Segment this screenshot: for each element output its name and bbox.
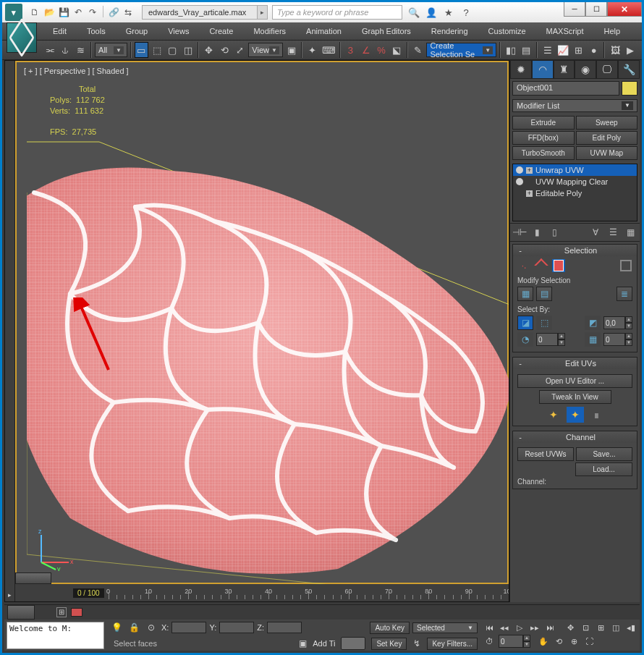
lock-icon[interactable]: 💡 [109, 621, 124, 634]
unlink-icon[interactable]: ⫝ [58, 42, 72, 58]
btn-ffdbox[interactable]: FFD(box) [512, 131, 575, 145]
quickplanar-icon[interactable]: ✦ [545, 407, 562, 423]
btn-sweep[interactable]: Sweep [576, 116, 638, 130]
menu-create[interactable]: Create [199, 24, 243, 38]
stack-uvw-clear[interactable]: UVW Mapping Clear [513, 176, 637, 187]
angle-snap-icon[interactable]: ∠ [359, 42, 373, 58]
manipulate-icon[interactable]: ✦ [305, 42, 319, 58]
z-input[interactable] [267, 622, 302, 633]
menu-views[interactable]: Views [158, 24, 199, 38]
stack-unwrap-uvw[interactable]: + Unwrap UVW [513, 164, 637, 176]
prev-frame-icon[interactable]: ◂◂ [497, 621, 512, 634]
trackbar-key[interactable] [71, 608, 82, 617]
key-slider-icon[interactable] [341, 637, 365, 650]
render-setup-icon[interactable]: 🖼 [608, 42, 622, 58]
viewport-canvas[interactable]: [ + ] [ Perspective ] [ Shaded ] Total P… [15, 61, 509, 584]
autokey-button[interactable]: Auto Key [370, 622, 410, 634]
quickcyl-icon[interactable]: ∎ [588, 407, 606, 423]
addtime-label[interactable]: Add Ti [313, 639, 335, 648]
selectby-1-icon[interactable]: ◪ [517, 316, 533, 330]
trackbar-thumb[interactable] [7, 605, 35, 620]
setkey-button[interactable]: Set Key [371, 638, 407, 650]
refcoord-combo[interactable]: View▼ [248, 43, 283, 57]
frame-spinner[interactable]: ▲▼ [499, 635, 530, 648]
remove-mod-icon[interactable]: ∀ [588, 226, 603, 239]
nav-orbit-icon[interactable]: ✋ [536, 635, 551, 648]
timeconfig-icon[interactable]: ⏱ [482, 635, 496, 648]
menu-customize[interactable]: Customize [478, 24, 536, 38]
snap-toggle-icon[interactable]: 3 [344, 42, 357, 58]
btn-extrude[interactable]: Extrude [512, 116, 575, 130]
keymode-combo[interactable]: Selected▼ [412, 622, 478, 633]
nav-fov-icon[interactable]: ◫ [609, 621, 623, 634]
trackbar[interactable]: ⊞ [4, 605, 640, 620]
bulb-icon[interactable] [516, 178, 523, 185]
open-uv-editor-button[interactable]: Open UV Editor ... [517, 374, 632, 388]
subobj-edge-icon[interactable] [535, 259, 548, 272]
reset-uvws-button[interactable]: Reset UVWs [517, 447, 574, 461]
sg-spinner[interactable]: ▲▼ [603, 333, 632, 346]
menu-rendering[interactable]: Rendering [421, 24, 478, 38]
matid-spinner[interactable]: ▲▼ [536, 333, 565, 346]
selection-filter-combo[interactable]: All▼ [95, 43, 127, 57]
load-uvws-button[interactable]: Load... [575, 462, 632, 476]
project-icon[interactable]: ⇆ [122, 6, 135, 19]
stack-editable-poly[interactable]: + Editable Poly [513, 187, 637, 199]
goto-start-icon[interactable]: ⏮ [482, 621, 496, 634]
expand-icon[interactable]: + [526, 190, 533, 197]
select-region-icon[interactable]: ▢ [166, 42, 179, 58]
curve-editor-icon[interactable]: 📈 [556, 42, 569, 58]
open-icon[interactable]: 📂 [43, 6, 56, 19]
menu-group[interactable]: Group [116, 24, 158, 38]
minimize-button[interactable]: ─ [564, 2, 585, 17]
rollout-channel-header[interactable]: -Channel [513, 431, 637, 443]
tab-create-icon[interactable]: ✹ [510, 60, 532, 79]
lock-selection-icon[interactable]: 🔒 [127, 621, 141, 634]
goto-end-icon[interactable]: ⏭ [543, 621, 557, 634]
strip-play-icon[interactable]: ▸ [8, 591, 12, 599]
subobj-face-icon[interactable] [552, 259, 565, 272]
tab-hierarchy-icon[interactable]: ♜ [554, 60, 575, 79]
btn-turbosmooth[interactable]: TurboSmooth [512, 146, 575, 160]
render-icon[interactable]: ▶ [624, 42, 637, 58]
isolate-icon[interactable]: ⊙ [144, 621, 158, 634]
scale-icon[interactable]: ⤢ [233, 42, 247, 58]
menu-animation[interactable]: Animation [296, 24, 352, 38]
viewport-label[interactable]: [ + ] [ Perspective ] [ Shaded ] [24, 67, 129, 75]
configure-icon[interactable]: ☰ [606, 226, 620, 239]
undo-icon[interactable]: ↶ [72, 6, 85, 19]
select-object-icon[interactable]: ▭ [135, 42, 148, 58]
modifier-list-combo[interactable]: Modifier List▼ [512, 99, 637, 112]
material-editor-icon[interactable]: ● [587, 42, 601, 58]
maximize-button[interactable]: ☐ [585, 2, 607, 17]
save-icon[interactable]: 💾 [57, 6, 70, 19]
tab-display-icon[interactable]: 🖵 [596, 60, 618, 79]
close-button[interactable]: ✕ [607, 2, 642, 17]
menu-edit[interactable]: Edit [43, 24, 77, 38]
prev-key-icon[interactable]: ◂▮ [624, 621, 638, 634]
select-name-icon[interactable]: ⬚ [150, 42, 164, 58]
nav-pan-icon[interactable]: ✥ [563, 621, 577, 634]
subobj-vertex-icon[interactable]: ·. [517, 259, 530, 272]
namedset-edit-icon[interactable]: ✎ [411, 42, 425, 58]
menu-maxscript[interactable]: MAXScript [536, 24, 594, 38]
object-color-swatch[interactable] [622, 81, 637, 96]
trackbar-toggle-icon[interactable]: ⊞ [56, 607, 67, 617]
btn-uvwmap[interactable]: UVW Map [576, 146, 638, 160]
menu-modifiers[interactable]: Modifiers [243, 24, 296, 38]
next-frame-icon[interactable]: ▸▸ [528, 621, 542, 634]
modifier-stack[interactable]: + Unwrap UVW UVW Mapping Clear + Editabl… [512, 164, 637, 221]
nav-zoomreg-icon[interactable]: ⊞ [593, 621, 608, 634]
ring-icon[interactable]: ≣ [617, 287, 632, 301]
spinner-snap-icon[interactable]: ⬕ [390, 42, 404, 58]
favorites-icon[interactable]: ★ [441, 5, 456, 20]
mirror-icon[interactable]: ▮▯ [504, 42, 517, 58]
move-icon[interactable]: ✥ [202, 42, 216, 58]
configure-sets-icon[interactable]: ▦ [623, 226, 637, 239]
comm-center-icon[interactable]: ▣ [295, 637, 310, 650]
align-icon[interactable]: ▤ [520, 42, 533, 58]
planar-angle-spinner[interactable]: ▲▼ [603, 316, 632, 329]
rollout-selection-header[interactable]: -Selection [513, 245, 637, 256]
object-name-input[interactable]: Object001 [512, 81, 619, 96]
select-link-icon[interactable]: ⫘ [43, 42, 56, 58]
